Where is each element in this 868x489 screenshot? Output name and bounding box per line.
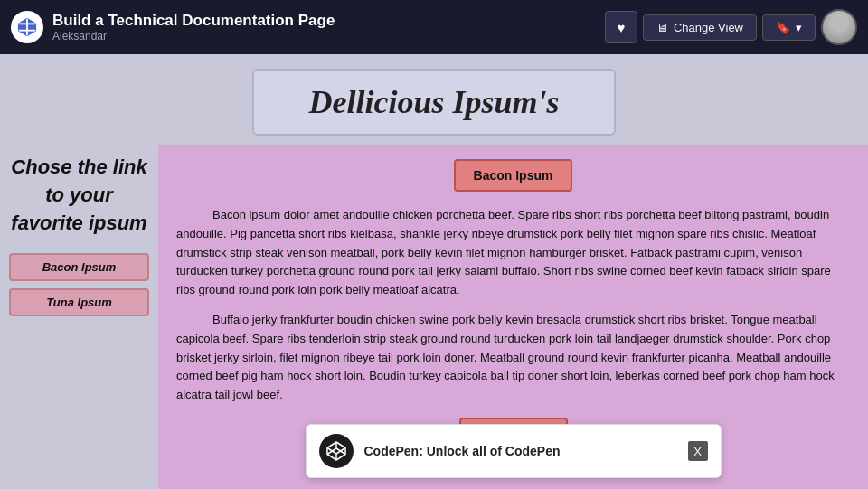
bookmark-button[interactable]: 🔖 ▾ <box>762 14 816 41</box>
content-area: Bacon Ipsum Bacon ipsum dolor amet andou… <box>158 145 868 489</box>
avatar[interactable] <box>821 9 857 45</box>
topbar-user: Aleksandar <box>52 30 596 42</box>
sidebar: Chose the link to your favorite ipsum Ba… <box>0 145 158 489</box>
sidebar-prompt: Chose the link to your favorite ipsum <box>9 154 149 237</box>
topbar: Build a Technical Documentation Page Ale… <box>0 0 868 54</box>
bacon-ipsum-button[interactable]: Bacon Ipsum <box>454 159 573 192</box>
section-heading: Bacon Ipsum <box>176 159 850 192</box>
change-view-button[interactable]: 🖥 Change View <box>643 14 757 41</box>
content-paragraph-1: Bacon ipsum dolor amet andouille chicken… <box>176 206 850 300</box>
topbar-title: Build a Technical Documentation Page <box>52 12 596 30</box>
codepen-message: CodePen: Unlock all of CodePen <box>364 444 677 458</box>
topbar-actions: ♥ 🖥 Change View 🔖 ▾ <box>605 9 857 45</box>
heart-button[interactable]: ♥ <box>605 11 637 43</box>
sidebar-item-tuna-ipsum[interactable]: Tuna Ipsum <box>9 288 149 316</box>
app-logo <box>11 11 43 43</box>
codepen-logo-icon <box>319 434 354 468</box>
codepen-popup: CodePen: Unlock all of CodePen X <box>306 424 722 478</box>
content-paragraph-2: Buffalo jerky frankfurter boudin chicken… <box>176 311 850 405</box>
change-view-label: Change View <box>674 21 743 34</box>
banner: Dellicious Ipsum's <box>0 54 868 145</box>
page-content: Dellicious Ipsum's Chose the link to you… <box>0 54 868 489</box>
banner-inner: Dellicious Ipsum's <box>252 69 615 136</box>
main-layout: Chose the link to your favorite ipsum Ba… <box>0 145 868 489</box>
topbar-title-group: Build a Technical Documentation Page Ale… <box>52 12 596 42</box>
monitor-icon: 🖥 <box>656 21 668 34</box>
bookmark-icon: 🔖 <box>776 21 790 34</box>
heart-icon: ♥ <box>617 20 625 35</box>
sidebar-item-bacon-ipsum[interactable]: Bacon Ipsum <box>9 253 149 281</box>
codepen-close-button[interactable]: X <box>688 441 708 461</box>
dropdown-icon: ▾ <box>796 21 802 34</box>
page-title: Dellicious Ipsum's <box>308 84 559 120</box>
